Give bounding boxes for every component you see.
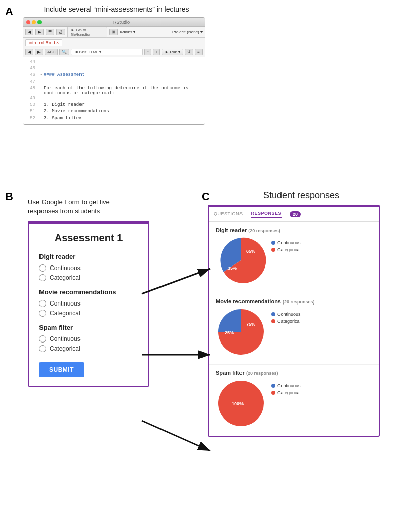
form-title: Assessment 1 (39, 232, 138, 244)
nav-back[interactable]: ◀ (25, 49, 33, 55)
rstudio-window: RStudio ◀ ▶ ☰ 🖨 ► Go to file/function ⊞ … (23, 17, 205, 125)
legend-item-categorical-3: Categorical (271, 390, 301, 395)
spell-check[interactable]: ABC (45, 49, 58, 55)
form-option-1-2[interactable]: Categorical (39, 274, 138, 281)
radio-1-2[interactable] (39, 274, 46, 281)
responses-tabs: QUESTIONS RESPONSES 20 (209, 207, 379, 222)
editor-line-48: 48 For each of the following determine i… (23, 86, 205, 96)
editor-line-52: 52 3. Spam filter (23, 116, 205, 122)
submit-button[interactable]: SUBMIT (39, 362, 84, 377)
rstudio-toolbar-1: ◀ ▶ ☰ 🖨 ► Go to file/function ⊞ Addins ▾… (23, 27, 205, 38)
editor-line-49: 49 (23, 96, 205, 102)
form-option-label-3-2: Categorical (50, 345, 81, 352)
chart3-area: 100% Continuous Categorical (216, 378, 372, 431)
project-label[interactable]: Project: (None) ▾ (172, 30, 203, 34)
rstudio-titlebar: RStudio (23, 18, 205, 27)
svg-text:35%: 35% (228, 265, 237, 271)
toolbar-btn-3[interactable]: ☰ (46, 29, 54, 35)
chart1-legend: Continuous Categorical (271, 235, 301, 252)
section-b: Use Google Form to get live responses fr… (15, 198, 167, 387)
legend-label-continuous-3: Continuous (277, 383, 301, 388)
label-b: B (5, 190, 13, 203)
refresh-btn[interactable]: ↓ (153, 49, 160, 55)
svg-text:25%: 25% (225, 330, 234, 335)
form-option-1-1[interactable]: Continuous (39, 264, 138, 272)
pie-chart-1: 65% 35% (216, 235, 266, 288)
form-option-3-1[interactable]: Continuous (39, 335, 138, 343)
source-btn[interactable]: ↑ (144, 49, 151, 55)
editor-line-44: 44 (23, 59, 205, 66)
editor-line-46: 46 - #### Assessment (23, 72, 205, 79)
form-question-1: Digit reader (39, 253, 138, 260)
legend-dot-continuous-3 (271, 384, 275, 388)
editor-line-45: 45 (23, 66, 205, 72)
options-btn[interactable]: ≡ (195, 49, 203, 55)
chart2-area: 75% 25% Continuous Categorical (216, 307, 372, 359)
rstudio-title-text: RStudio (113, 20, 130, 25)
chart3-count: (20 responses) (246, 371, 278, 376)
radio-3-1[interactable] (39, 335, 46, 343)
tab-responses[interactable]: RESPONSES (251, 211, 282, 218)
svg-text:100%: 100% (232, 401, 244, 406)
section-b-desc: Use Google Form to get live responses fr… (28, 198, 167, 216)
toolbar-btn-5[interactable]: ⊞ (109, 29, 118, 35)
file-tab-name[interactable]: intro-ml.Rmd × (25, 39, 62, 46)
form-question-3: Spam filter (39, 324, 138, 331)
legend-dot-categorical-3 (271, 391, 275, 395)
form-option-3-2[interactable]: Categorical (39, 345, 138, 352)
tab-questions[interactable]: QUESTIONS (214, 211, 243, 217)
knit-html-btn[interactable]: ■ Knit HTML ▾ (71, 49, 143, 55)
traffic-light-yellow (32, 20, 36, 24)
nav-fwd[interactable]: ▶ (35, 49, 43, 55)
toolbar-btn-4[interactable]: 🖨 (56, 29, 65, 35)
section-a: Include several “mini-assessments” in le… (15, 5, 203, 125)
chart1-area: 65% 35% Continuous Categorical (216, 235, 372, 288)
chart1-title: Digit reader (20 responses) (216, 227, 372, 233)
google-responses: QUESTIONS RESPONSES 20 Digit reader (20 … (208, 205, 380, 437)
response-count-badge: 20 (290, 211, 301, 217)
rstudio-toolbar-2: ◀ ▶ ABC 🔍 ■ Knit HTML ▾ ↑ ↓ ► Run ▾ ↺ ≡ (23, 47, 205, 57)
legend-label-categorical-3: Categorical (277, 390, 301, 395)
rstudio-editor: 44 45 46 - #### Assessment 47 48 (23, 57, 205, 124)
section-c: Student responses QUESTIONS RESPONSES 20… (197, 190, 390, 437)
form-question-2: Movie recommendations (39, 288, 138, 296)
legend-dot-categorical-1 (271, 248, 275, 252)
traffic-light-green (37, 20, 42, 24)
legend-item-categorical-2: Categorical (271, 319, 301, 324)
chart3-legend: Continuous Categorical (271, 378, 301, 395)
chart3-title: Spam filter (20 responses) (216, 370, 372, 376)
legend-dot-continuous-2 (271, 312, 275, 316)
label-a: A (5, 5, 13, 18)
google-form: Assessment 1 Digit reader Continuous Cat… (28, 221, 149, 387)
chart2-legend: Continuous Categorical (271, 307, 301, 324)
radio-2-2[interactable] (39, 310, 46, 317)
legend-item-continuous-1: Continuous (271, 240, 301, 245)
rstudio-file-tab: intro-ml.Rmd × (23, 38, 205, 47)
fwd-btn[interactable]: ▶ (35, 29, 44, 35)
addins-label[interactable]: Addins ▾ (120, 30, 136, 34)
form-option-label-2-2: Categorical (50, 310, 81, 317)
radio-2-1[interactable] (39, 300, 46, 307)
svg-text:75%: 75% (246, 322, 255, 327)
pie-chart-2: 75% 25% (216, 307, 266, 359)
search-btn[interactable]: 🔍 (59, 49, 69, 55)
radio-1-1[interactable] (39, 264, 46, 272)
form-option-label-3-1: Continuous (50, 335, 81, 343)
go-to-file[interactable]: ► Go to file/function (67, 27, 107, 38)
reload-btn[interactable]: ↺ (185, 49, 193, 55)
traffic-lights (26, 20, 42, 24)
radio-3-2[interactable] (39, 345, 46, 352)
run-btn[interactable]: ► Run ▾ (162, 49, 183, 55)
back-btn[interactable]: ◀ (25, 29, 33, 35)
editor-line-51: 51 2. Movie recommendations (23, 109, 205, 116)
section-c-title: Student responses (213, 190, 390, 201)
response-section-1: Digit reader (20 responses) 65% 35% (209, 222, 379, 293)
editor-line-47: 47 (23, 79, 205, 86)
legend-dot-categorical-2 (271, 319, 275, 323)
response-section-3: Spam filter (20 responses) 100% Continuo… (209, 365, 379, 436)
chart2-count: (20 responses) (283, 299, 315, 305)
form-option-2-2[interactable]: Categorical (39, 310, 138, 317)
pie-chart-3: 100% (216, 378, 266, 431)
form-option-2-1[interactable]: Continuous (39, 300, 138, 307)
response-section-2: Movie recommendations (20 responses) 75%… (209, 293, 379, 365)
